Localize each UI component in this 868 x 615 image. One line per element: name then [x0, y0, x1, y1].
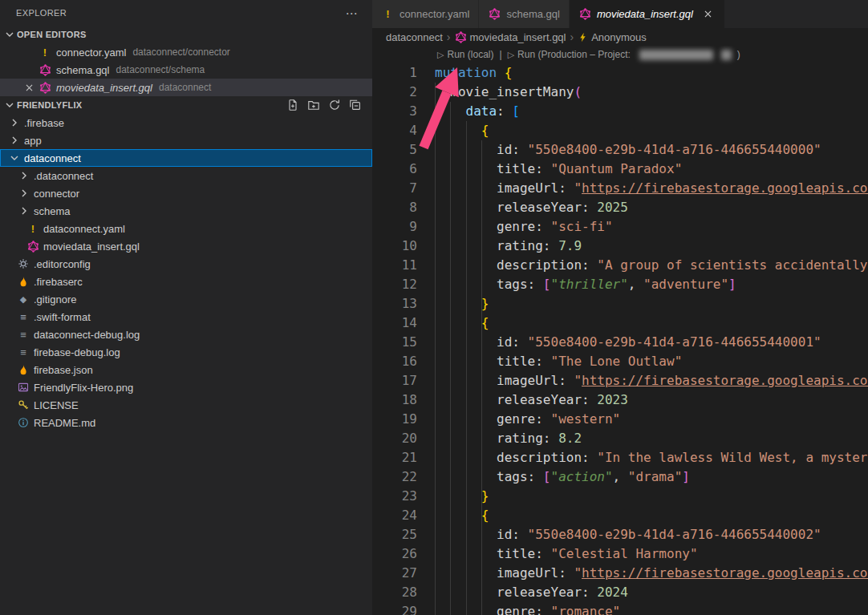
code-line-5[interactable]: 5 id: "550e8400-e29b-41d4-a716-446655440…	[372, 140, 868, 160]
breadcrumb-item-Anonymous[interactable]: Anonymous	[578, 31, 647, 43]
code-line-16[interactable]: 16 title: "The Lone Outlaw"	[372, 352, 868, 371]
redacted-project-name	[639, 50, 713, 60]
folder-name: app	[24, 135, 42, 147]
tree-file-.gitignore[interactable]: ◆.gitignore	[0, 290, 372, 308]
collapse-all-button[interactable]	[348, 98, 363, 112]
log-icon: ≡	[16, 347, 30, 358]
breadcrumb-separator-icon: ›	[570, 30, 574, 43]
tree-file-firebase-debug.log[interactable]: ≡firebase-debug.log	[0, 343, 372, 361]
code-line-9[interactable]: 9 genre: "sci-fi"	[372, 217, 868, 237]
line-number: 24	[372, 506, 417, 525]
code-line-11[interactable]: 11 description: "A group of scientists a…	[372, 256, 868, 275]
open-editor-moviedata_insert.gql[interactable]: moviedata_insert.gqldataconnect	[0, 79, 372, 96]
code-line-25[interactable]: 25 id: "550e8400-e29b-41d4-a716-44665544…	[372, 525, 868, 544]
line-number: 17	[372, 371, 417, 390]
code-line-8[interactable]: 8 releaseYear: 2025	[372, 198, 868, 217]
file-name: moviedata_insert.gql	[56, 82, 152, 94]
code-line-4[interactable]: 4 {	[372, 121, 868, 140]
line-number: 18	[372, 390, 417, 410]
code-line-12[interactable]: 12 tags: ["thriller", "adventure"]	[372, 275, 868, 294]
new-file-button[interactable]	[286, 98, 300, 112]
line-number: 25	[372, 525, 417, 544]
code-line-17[interactable]: 17 imageUrl: "https://firebasestorage.go…	[372, 371, 868, 390]
graphql-icon	[488, 8, 501, 20]
line-number: 11	[372, 256, 417, 275]
tree-file-dataconnect.yaml[interactable]: !dataconnect.yaml	[0, 220, 372, 237]
folder-name: connector	[34, 188, 79, 200]
editor-group: !connector.yamlschema.gqlmoviedata_inser…	[372, 0, 868, 615]
tree-file-README.md[interactable]: README.md	[0, 414, 372, 431]
file-name: .swift-format	[34, 311, 91, 323]
file-name: .firebaserc	[34, 276, 83, 288]
tree-file-moviedata_insert.gql[interactable]: moviedata_insert.gql	[0, 237, 372, 255]
code-line-23[interactable]: 23 }	[372, 487, 868, 506]
code-line-2[interactable]: 2 movie_insertMany(	[372, 83, 868, 102]
tree-file-LICENSE[interactable]: LICENSE	[0, 396, 372, 414]
code-line-24[interactable]: 24 {	[372, 506, 868, 525]
gear-icon	[16, 258, 30, 269]
tab-connector.yaml[interactable]: !connector.yaml	[372, 0, 479, 28]
tree-file-.editorconfig[interactable]: .editorconfig	[0, 255, 372, 273]
line-number: 29	[372, 602, 417, 615]
tree-folder-.dataconnect[interactable]: .dataconnect	[0, 167, 372, 184]
tab-moviedata_insert.gql[interactable]: moviedata_insert.gql	[570, 0, 725, 28]
code-line-14[interactable]: 14 {	[372, 314, 868, 333]
open-editors-header[interactable]: OPEN EDITORS	[0, 26, 372, 43]
project-header[interactable]: FRIENDLYFLIX	[0, 96, 372, 114]
folder-name: .firebase	[24, 117, 64, 129]
tree-file-.firebaserc[interactable]: .firebaserc	[0, 273, 372, 290]
code-line-15[interactable]: 15 id: "550e8400-e29b-41d4-a716-44665544…	[372, 333, 868, 352]
code-line-26[interactable]: 26 title: "Celestial Harmony"	[372, 544, 868, 564]
code-line-3[interactable]: 3 data: [	[372, 102, 868, 121]
code-line-6[interactable]: 6 title: "Quantum Paradox"	[372, 160, 868, 179]
tree-folder-.firebase[interactable]: .firebase	[0, 114, 372, 131]
open-editor-connector.yaml[interactable]: !connector.yamldataconnect/connector	[0, 43, 372, 61]
refresh-button[interactable]	[327, 98, 342, 112]
run-local-link[interactable]: ▷Run (local)	[437, 49, 494, 60]
code-line-27[interactable]: 27 imageUrl: "https://firebasestorage.go…	[372, 564, 868, 583]
new-folder-button[interactable]	[306, 98, 321, 112]
run-production-link[interactable]: ▷Run (Production – Project:)	[508, 49, 740, 60]
tree-folder-schema[interactable]: schema	[0, 202, 372, 220]
close-icon[interactable]	[701, 8, 716, 20]
breadcrumb-item-dataconnect[interactable]: dataconnect	[386, 31, 443, 43]
line-number: 8	[372, 198, 417, 217]
key-icon	[16, 399, 30, 411]
codelens-closing-paren: )	[737, 49, 740, 60]
file-path: dataconnect/schema	[116, 64, 205, 75]
info-icon	[16, 417, 30, 428]
breadcrumb-item-moviedata_insert.gql[interactable]: moviedata_insert.gql	[455, 31, 566, 43]
code-line-28[interactable]: 28 releaseYear: 2024	[372, 583, 868, 602]
lightning-icon	[578, 32, 588, 42]
tree-file-.swift-format[interactable]: ≡.swift-format	[0, 308, 372, 326]
line-number: 14	[372, 314, 417, 333]
code-line-1[interactable]: 1mutation {	[372, 63, 868, 83]
code-line-20[interactable]: 20 rating: 8.2	[372, 429, 868, 448]
redacted-project-suffix	[721, 50, 732, 60]
code-line-10[interactable]: 10 rating: 7.9	[372, 237, 868, 256]
tree-file-firebase.json[interactable]: firebase.json	[0, 361, 372, 378]
vscode-window: EXPLORER ⋯ OPEN EDITORS !connector.yamld…	[0, 0, 868, 615]
tree-folder-app[interactable]: app	[0, 131, 372, 149]
open-editors-label: OPEN EDITORS	[17, 30, 87, 39]
close-icon[interactable]	[21, 82, 37, 94]
code-line-18[interactable]: 18 releaseYear: 2023	[372, 390, 868, 410]
tree-folder-connector[interactable]: connector	[0, 184, 372, 202]
explorer-more-icon[interactable]: ⋯	[346, 7, 358, 19]
tree-file-dataconnect-debug.log[interactable]: ≡dataconnect-debug.log	[0, 326, 372, 343]
graphql-icon	[578, 8, 592, 20]
explorer-sidebar: EXPLORER ⋯ OPEN EDITORS !connector.yamld…	[0, 0, 372, 615]
code-line-13[interactable]: 13 }	[372, 294, 868, 314]
tree-file-FriendlyFlix-Hero.png[interactable]: FriendlyFlix-Hero.png	[0, 378, 372, 396]
open-editor-schema.gql[interactable]: schema.gqldataconnect/schema	[0, 61, 372, 79]
tab-label: moviedata_insert.gql	[597, 8, 693, 20]
tree-folder-dataconnect[interactable]: dataconnect	[0, 149, 372, 167]
folder-name: schema	[34, 205, 71, 217]
tab-schema.gql[interactable]: schema.gql	[479, 0, 569, 28]
code-line-29[interactable]: 29 genre: "romance"	[372, 602, 868, 615]
code-line-7[interactable]: 7 imageUrl: "https://firebasestorage.goo…	[372, 179, 868, 198]
code-line-21[interactable]: 21 description: "In the lawless Wild Wes…	[372, 448, 868, 467]
code-line-22[interactable]: 22 tags: ["action", "drama"]	[372, 467, 868, 487]
code-line-19[interactable]: 19 genre: "western"	[372, 410, 868, 429]
line-number: 23	[372, 487, 417, 506]
